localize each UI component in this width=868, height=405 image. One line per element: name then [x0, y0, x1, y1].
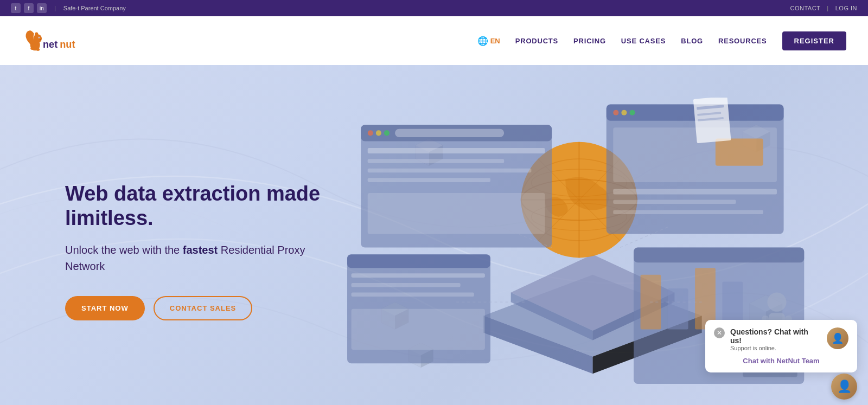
svg-rect-64	[352, 283, 461, 287]
svg-point-55	[629, 110, 635, 115]
nav-blog[interactable]: BLOG	[681, 37, 703, 45]
svg-point-44	[384, 130, 390, 136]
floating-agent-avatar[interactable]: 👤	[831, 374, 857, 400]
twitter-icon[interactable]: t	[11, 3, 21, 13]
svg-point-73	[767, 293, 786, 312]
contact-link[interactable]: CONTACT	[790, 5, 820, 11]
svg-rect-66	[352, 309, 485, 350]
nav-language[interactable]: 🌐 EN	[477, 36, 500, 46]
svg-rect-49	[368, 178, 490, 182]
svg-rect-50	[368, 193, 545, 234]
linkedin-icon[interactable]: in	[37, 3, 47, 13]
svg-rect-65	[352, 293, 474, 297]
svg-rect-48	[368, 169, 532, 173]
topbar-divider: |	[54, 5, 56, 11]
chat-header: ✕ Questions? Chat with us! Support is on…	[714, 327, 848, 351]
subtitle-prefix: Unlock the web with the	[65, 244, 183, 256]
subtitle-strong: fastest	[183, 244, 218, 256]
login-link[interactable]: LOG IN	[835, 5, 857, 11]
svg-point-4	[39, 37, 39, 38]
svg-point-43	[376, 130, 381, 136]
svg-rect-58	[613, 189, 777, 194]
parent-company-label: Safe-t Parent Company	[63, 5, 126, 11]
svg-rect-62	[347, 254, 490, 268]
social-links: t f in	[11, 3, 47, 13]
topbar-left: t f in | Safe-t Parent Company	[11, 3, 126, 13]
facebook-icon[interactable]: f	[24, 3, 34, 13]
hero-subtitle: Unlock the web with the fastest Resident…	[65, 242, 347, 274]
svg-rect-60	[613, 210, 763, 214]
topbar: t f in | Safe-t Parent Company CONTACT |…	[0, 0, 868, 16]
nav-use-cases[interactable]: USE CASES	[621, 37, 666, 45]
svg-rect-68	[634, 248, 804, 263]
svg-point-5	[40, 39, 41, 40]
nav-links: 🌐 EN PRODUCTS PRICING USE CASES BLOG RES…	[477, 31, 846, 50]
hero-buttons: START NOW CONTACT SALES	[65, 296, 347, 320]
navbar: net nut 🌐 EN PRODUCTS PRICING USE CASES …	[0, 16, 868, 65]
topbar-right: CONTACT | LOG IN	[790, 5, 857, 11]
svg-rect-70	[668, 288, 688, 329]
chat-close-button[interactable]: ✕	[714, 327, 725, 338]
nav-pricing[interactable]: PRICING	[573, 37, 606, 45]
svg-point-42	[368, 130, 373, 136]
language-label: EN	[490, 37, 500, 45]
svg-rect-57	[716, 138, 763, 165]
svg-point-6	[30, 47, 34, 50]
svg-point-2	[35, 32, 39, 37]
svg-text:net: net	[43, 39, 58, 50]
chat-cta-link[interactable]: Chat with NetNut Team	[714, 357, 848, 365]
nav-products[interactable]: PRODUCTS	[515, 37, 558, 45]
svg-rect-59	[613, 200, 736, 204]
chat-status: Support is online.	[730, 345, 821, 351]
chat-widget: ✕ Questions? Chat with us! Support is on…	[705, 320, 857, 372]
svg-rect-45	[395, 129, 504, 137]
register-button[interactable]: REGISTER	[782, 31, 846, 50]
svg-text:nut: nut	[60, 39, 75, 50]
hero-title: Web data extraction made limitless.	[65, 182, 347, 231]
svg-point-54	[621, 110, 627, 115]
globe-icon: 🌐	[477, 36, 488, 46]
logo[interactable]: net nut	[22, 22, 92, 60]
start-now-button[interactable]: START NOW	[65, 296, 145, 320]
topbar-pipe: |	[827, 5, 828, 11]
nav-resources[interactable]: RESOURCES	[718, 37, 767, 45]
contact-sales-button[interactable]: CONTACT SALES	[154, 296, 253, 320]
chat-agent-avatar: 👤	[827, 327, 848, 349]
chat-title: Questions? Chat with us!	[730, 327, 821, 345]
svg-point-7	[36, 48, 40, 51]
svg-point-53	[613, 110, 618, 115]
svg-rect-46	[368, 148, 545, 153]
svg-rect-47	[368, 159, 504, 163]
svg-rect-63	[352, 273, 485, 278]
chat-info: Questions? Chat with us! Support is onli…	[730, 327, 821, 351]
hero-left: Web data extraction made limitless. Unlo…	[65, 182, 347, 320]
